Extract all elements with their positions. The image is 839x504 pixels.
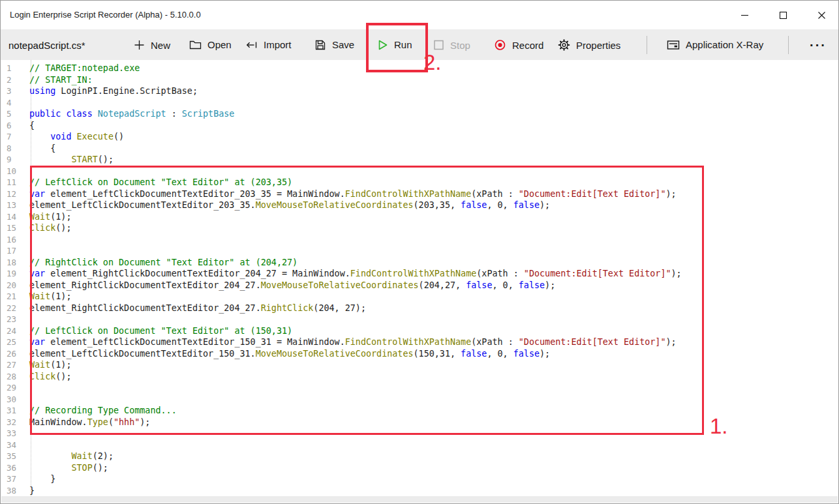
maximize-button[interactable] xyxy=(768,1,798,29)
import-arrow-icon xyxy=(245,40,258,50)
line-number: 28 xyxy=(1,372,25,381)
code-line: 8 { xyxy=(1,143,838,155)
code-text[interactable]: // LeftClick on Document "Text Editor" a… xyxy=(25,326,292,336)
line-number: 11 xyxy=(1,177,25,187)
line-number: 18 xyxy=(1,258,25,267)
gear-icon xyxy=(558,38,570,51)
code-editor[interactable]: 1// TARGET:notepad.exe2// START_IN:3usin… xyxy=(1,60,838,503)
code-text[interactable]: element_LeftClickDocumentTextEditor_150_… xyxy=(25,349,550,359)
code-text[interactable]: Wait(1); xyxy=(25,360,72,370)
code-text[interactable]: public class NotepadScript : ScriptBase xyxy=(25,109,234,119)
properties-button[interactable]: Properties xyxy=(558,38,620,51)
run-play-icon xyxy=(378,39,388,51)
code-line: 12var element_LeftClickDocumentTextEdito… xyxy=(1,188,838,200)
line-number: 13 xyxy=(1,200,25,210)
code-text[interactable]: START(); xyxy=(25,155,114,164)
code-text[interactable]: } xyxy=(25,474,55,484)
code-line: 26element_LeftClickDocumentTextEditor_15… xyxy=(1,348,838,360)
code-text[interactable]: { xyxy=(25,121,35,130)
code-line: 31// Recording Type Command... xyxy=(1,405,838,417)
code-line: 23 xyxy=(1,314,838,325)
code-text[interactable]: var element_LeftClickDocumentTextEditor_… xyxy=(25,189,677,199)
line-number: 9 xyxy=(1,155,25,164)
code-text[interactable]: } xyxy=(25,486,35,496)
line-number: 21 xyxy=(1,291,25,301)
code-text[interactable]: MainWindow.Type("hhh"); xyxy=(25,417,150,427)
code-line: 27Wait(1); xyxy=(1,359,838,371)
code-text[interactable]: element_RightClickDocumentTextEditor_204… xyxy=(25,280,555,290)
code-line: 33 xyxy=(1,428,838,439)
code-text[interactable]: // RightClick on Document "Text Editor" … xyxy=(25,258,297,267)
line-number: 20 xyxy=(1,280,25,290)
code-line: 1// TARGET:notepad.exe xyxy=(1,63,838,74)
code-text[interactable]: element_RightClickDocumentTextEditor_204… xyxy=(25,303,366,313)
code-line: 10 xyxy=(1,166,838,177)
new-label: New xyxy=(151,40,170,50)
code-text[interactable]: var element_LeftClickDocumentTextEditor_… xyxy=(25,337,677,347)
code-text[interactable]: using LoginPI.Engine.ScriptBase; xyxy=(25,86,198,96)
tab-label: notepadScript.cs* xyxy=(8,40,85,50)
code-text[interactable]: element_LeftClickDocumentTextEditor_203_… xyxy=(25,200,550,210)
code-line: 29 xyxy=(1,382,838,394)
save-label: Save xyxy=(332,40,354,50)
line-number: 22 xyxy=(1,303,25,313)
line-number: 5 xyxy=(1,109,25,119)
minimize-icon xyxy=(740,11,749,20)
code-line: 16 xyxy=(1,234,838,246)
open-button[interactable]: Open xyxy=(189,40,232,50)
more-ellipsis-icon: ··· xyxy=(810,38,827,52)
minimize-button[interactable] xyxy=(729,1,759,29)
code-text[interactable]: Click(); xyxy=(25,372,72,381)
code-text[interactable]: STOP(); xyxy=(25,463,108,473)
application-xray-button[interactable]: Application X-Ray xyxy=(667,40,763,50)
code-text[interactable]: // LeftClick on Document "Text Editor" a… xyxy=(25,177,292,187)
code-text[interactable]: Click(); xyxy=(25,223,72,233)
close-button[interactable] xyxy=(806,1,836,29)
code-text[interactable]: Wait(1); xyxy=(25,291,72,301)
code-line: 28Click(); xyxy=(1,371,838,383)
toolbar-divider xyxy=(647,36,647,54)
code-lines: 1// TARGET:notepad.exe2// START_IN:3usin… xyxy=(1,63,838,496)
stop-button[interactable]: Stop xyxy=(433,39,470,50)
line-number: 15 xyxy=(1,223,25,233)
save-button[interactable]: Save xyxy=(314,39,354,51)
code-line: 37 } xyxy=(1,473,838,485)
code-text[interactable]: { xyxy=(25,143,55,153)
line-number: 25 xyxy=(1,337,25,347)
maximize-icon xyxy=(779,11,787,20)
titlebar: Login Enterprise Script Recorder (Alpha)… xyxy=(1,1,838,29)
import-button[interactable]: Import xyxy=(245,40,292,50)
code-text[interactable]: Wait(2); xyxy=(25,451,114,461)
xray-window-icon xyxy=(667,40,680,50)
line-number: 29 xyxy=(1,383,25,393)
window-title: Login Enterprise Script Recorder (Alpha)… xyxy=(10,10,201,20)
line-number: 36 xyxy=(1,463,25,473)
record-icon xyxy=(494,38,506,51)
code-line: 38} xyxy=(1,485,838,497)
code-text[interactable]: var element_RightClickDocumentTextEditor… xyxy=(25,269,682,278)
code-line: 19var element_RightClickDocumentTextEdit… xyxy=(1,268,838,280)
code-line: 6{ xyxy=(1,120,838,132)
record-button[interactable]: Record xyxy=(494,38,543,51)
properties-label: Properties xyxy=(576,40,620,50)
code-text[interactable]: Wait(1); xyxy=(25,212,72,222)
more-button[interactable]: ··· xyxy=(810,38,827,52)
code-line: 15Click(); xyxy=(1,222,838,234)
code-text[interactable]: void Execute() xyxy=(25,132,124,141)
code-line: 30 xyxy=(1,394,838,406)
line-number: 33 xyxy=(1,428,25,438)
code-line: 11// LeftClick on Document "Text Editor"… xyxy=(1,177,838,188)
record-label: Record xyxy=(512,40,543,50)
new-button[interactable]: New xyxy=(134,39,170,50)
line-number: 17 xyxy=(1,246,25,256)
code-text[interactable]: // START_IN: xyxy=(25,75,93,85)
folder-icon xyxy=(189,40,202,50)
tab-notepadscript[interactable]: notepadScript.cs* xyxy=(8,40,85,50)
app-window: Login Enterprise Script Recorder (Alpha)… xyxy=(0,0,839,504)
code-text[interactable]: // Recording Type Command... xyxy=(25,406,177,415)
code-text[interactable]: // TARGET:notepad.exe xyxy=(25,63,140,73)
code-line: 20element_RightClickDocumentTextEditor_2… xyxy=(1,280,838,291)
open-label: Open xyxy=(207,40,232,50)
run-button[interactable]: Run xyxy=(378,39,412,51)
code-line: 32MainWindow.Type("hhh"); xyxy=(1,417,838,428)
